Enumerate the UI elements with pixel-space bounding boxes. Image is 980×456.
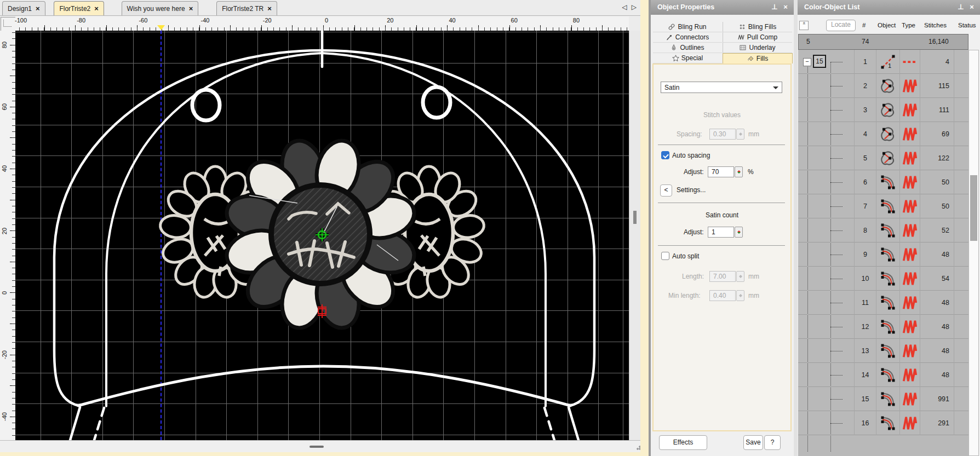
object-row-5[interactable]: 5122 [798,146,968,170]
tab-scroll-right-icon[interactable]: ▷ [632,3,637,11]
locate-button[interactable]: Locate [826,20,856,31]
shape-icon[interactable] [876,74,900,98]
tab-close-icon[interactable]: × [267,5,272,12]
spacing-input[interactable]: 0.30 [709,129,736,140]
col-header-object[interactable]: Object [878,22,896,28]
arc-icon[interactable] [876,170,900,194]
thread-color-block[interactable]: 15 [813,55,826,68]
object-row-9[interactable]: 948 [798,243,968,267]
length-spinner[interactable] [736,271,744,282]
object-row-8[interactable]: 852 [798,218,968,243]
tab-connectors[interactable]: Connectors [653,32,722,43]
collapse-block-button[interactable]: − [803,58,811,66]
design-canvas[interactable] [15,31,629,440]
satin-zig-icon[interactable] [900,74,920,98]
col-header-type[interactable]: Type [902,22,915,28]
document-tab-flortriste2-tr[interactable]: FlorTriste2 TR× [216,1,277,15]
effects-button[interactable]: Effects [659,435,707,450]
satin-zig-icon[interactable] [900,170,920,194]
document-tab-flortriste2[interactable]: FlorTriste2× [54,1,104,15]
document-tab-wish-you-were-here[interactable]: Wish you were here× [122,1,199,15]
object-row-2[interactable]: 2115 [798,74,968,98]
col-header-stitches[interactable]: Stitches [924,22,947,28]
arc-icon[interactable] [876,194,900,218]
pin-icon[interactable]: ⊥ [771,3,778,11]
satin-zig-icon[interactable] [900,194,920,218]
close-icon[interactable]: × [968,3,976,11]
adjust-spinner[interactable] [735,166,743,177]
satin-zig-icon[interactable] [900,122,920,146]
col-header-num[interactable]: # [862,22,866,28]
satin-zig-icon[interactable] [900,411,920,435]
object-row-10[interactable]: 1054 [798,267,968,291]
tab-close-icon[interactable]: × [189,5,193,12]
shape-icon[interactable] [876,146,900,170]
vertical-scrollbar[interactable] [629,31,641,440]
ruler-guide-marker[interactable] [157,25,165,30]
collapse-all-button[interactable]: « [799,21,809,30]
satin-zig-icon[interactable] [900,243,920,267]
tab-underlay[interactable]: Underlay [723,43,792,53]
arc-icon[interactable] [876,363,900,387]
settings-collapse-button[interactable]: < [660,184,672,197]
run-dash-icon[interactable] [900,50,920,74]
tab-bling-fills[interactable]: Bling Fills [723,22,792,32]
auto-spacing-checkbox[interactable] [661,151,669,159]
length-input[interactable]: 7.00 [709,271,736,282]
run-line-icon[interactable]: 1 [876,50,900,74]
arc-icon[interactable] [876,291,900,315]
shape-icon[interactable] [876,122,900,146]
satin-zig-icon[interactable] [900,387,920,411]
list-scrollbar[interactable] [968,50,979,456]
auto-split-checkbox[interactable] [661,252,669,260]
satin-adjust-spinner[interactable] [735,227,743,238]
satin-zig-icon[interactable] [900,363,920,387]
arc-icon[interactable] [876,315,900,339]
tab-outlines[interactable]: Outlines [653,43,722,53]
object-row-11[interactable]: 1148 [798,291,968,315]
tab-special[interactable]: Special [653,53,722,64]
tab-close-icon[interactable]: × [36,5,40,12]
pin-icon[interactable]: ⊥ [957,3,965,11]
satin-zig-icon[interactable] [900,339,920,363]
object-row-1[interactable]: −15114 [798,50,968,74]
satin-zig-icon[interactable] [900,146,920,170]
tab-scroll-left-icon[interactable]: ◁ [622,3,627,11]
arc-icon[interactable] [876,339,900,363]
object-row-3[interactable]: 3111 [798,98,968,122]
object-row-16[interactable]: 16291 [798,411,968,435]
satin-zig-icon[interactable] [900,218,920,243]
col-header-status[interactable]: Status [958,22,976,28]
arc-icon[interactable] [876,243,900,267]
min-length-input[interactable]: 0.40 [709,290,736,301]
arc-icon[interactable] [876,267,900,291]
arc-icon[interactable] [876,387,900,411]
object-row-7[interactable]: 750 [798,194,968,218]
arc-icon[interactable] [876,411,900,435]
vertical-scroll-thumb[interactable] [633,211,637,224]
adjust-input[interactable]: 70 [708,166,734,177]
settings-label[interactable]: Settings... [677,186,706,194]
object-row-14[interactable]: 1448 [798,363,968,387]
design-summary-row[interactable]: 5 74 16,140 [798,34,968,50]
satin-zig-icon[interactable] [900,267,920,291]
save-button[interactable]: Save [743,435,763,450]
tab-close-icon[interactable]: × [94,5,99,12]
horizontal-scroll-thumb[interactable] [310,446,324,448]
object-row-4[interactable]: 469 [798,122,968,146]
document-tab-design1[interactable]: Design1× [2,1,45,15]
help-button[interactable]: ? [764,435,781,450]
object-row-13[interactable]: 1348 [798,339,968,363]
list-scroll-thumb[interactable] [970,175,977,241]
object-row-6[interactable]: 650 [798,170,968,194]
arc-icon[interactable] [876,218,900,243]
object-row-15[interactable]: 15991 [798,387,968,411]
fill-type-select[interactable]: Satin [661,82,782,93]
ruler-corner-box[interactable] [1,17,16,31]
satin-zig-icon[interactable] [900,98,920,122]
horizontal-scrollbar[interactable] [0,440,649,453]
shape-icon[interactable] [876,98,900,122]
object-row-12[interactable]: 1248 [798,315,968,339]
tab-pull-comp[interactable]: Pull Comp [723,32,792,43]
satin-zig-icon[interactable] [900,315,920,339]
